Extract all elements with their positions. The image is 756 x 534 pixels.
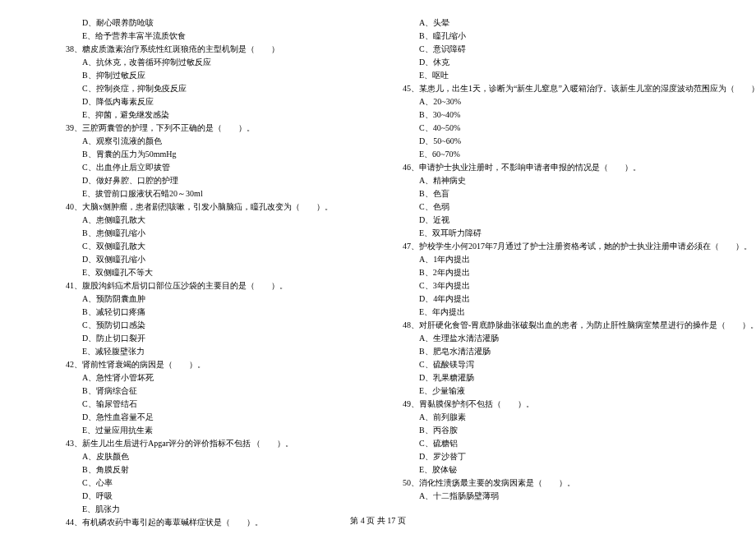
- question-stem: 新生儿出生后进行Apgar评分的评价指标不包括 （ ）。: [82, 437, 294, 450]
- answer-option: B、抑制过敏反应: [66, 69, 386, 82]
- question-stem: 腹股沟斜疝术后切口部位压沙袋的主要目的是（ ）。: [82, 279, 288, 292]
- question-block: 46、申请护士执业注册时，不影响申请者申报的情况是（ ）。A、精神病史B、色盲C…: [403, 161, 723, 240]
- answer-option: D、双侧瞳孔缩小: [66, 253, 386, 266]
- question-number: 45、: [403, 82, 419, 95]
- question-number: 46、: [403, 161, 419, 174]
- answer-option: E、抑菌，避免继发感染: [66, 108, 386, 122]
- question-number: 40、: [66, 200, 82, 214]
- question-number: 49、: [403, 398, 419, 411]
- left-column: D、耐心喂养防呛咳E、给予营养丰富半流质饮食38、糖皮质激素治疗系统性红斑狼疮的…: [66, 16, 386, 529]
- question-number: 50、: [403, 476, 419, 490]
- question-text: 45、某患儿，出生1天，诊断为“新生儿窒息”入暖箱治疗。该新生儿室的湿度波动范围…: [403, 82, 723, 95]
- question-number: 38、: [66, 43, 82, 56]
- answer-option: E、胶体铋: [403, 463, 723, 476]
- answer-option: B、丙谷胺: [403, 424, 723, 437]
- question-text: 47、护校学生小何2017年7月通过了护士注册资格考试，她的护士执业注册申请必须…: [403, 240, 723, 253]
- question-block: 47、护校学生小何2017年7月通过了护士注册资格考试，她的护士执业注册申请必须…: [403, 240, 723, 319]
- answer-option: C、心率: [66, 476, 386, 490]
- question-block: 40、大脑x侧肿瘤，患者剧烈咳嗽，引发小脑脑疝，瞳孔改变为（ ）。A、患侧瞳孔散…: [66, 200, 386, 279]
- answer-option: A、预防阴囊血肿: [66, 292, 386, 306]
- answer-option: B、角膜反射: [66, 463, 386, 476]
- exam-page: D、耐心喂养防呛咳E、给予营养丰富半流质饮食38、糖皮质激素治疗系统性红斑狼疮的…: [0, 0, 756, 534]
- question-text: 48、对肝硬化食管-胃底静脉曲张破裂出血的患者，为防止肝性脑病室禁星进行的操作是…: [403, 319, 723, 332]
- answer-option: E、双耳听力障碍: [403, 227, 723, 240]
- answer-option: B、30~40%: [403, 108, 723, 122]
- question-block: 48、对肝硬化食管-胃底静脉曲张破裂出血的患者，为防止肝性脑病室禁星进行的操作是…: [403, 319, 723, 398]
- question-number: 39、: [66, 122, 82, 135]
- answer-option: E、过量应用抗生素: [66, 424, 386, 437]
- answer-option: D、4年内提出: [403, 292, 723, 306]
- question-stem: 某患儿，出生1天，诊断为“新生儿窒息”入暖箱治疗。该新生儿室的湿度波动范围应为（…: [419, 82, 756, 95]
- answer-option: C、意识障碍: [403, 43, 723, 56]
- answer-option: D、呼吸: [66, 490, 386, 503]
- question-text: 43、新生儿出生后进行Apgar评分的评价指标不包括 （ ）。: [66, 437, 386, 450]
- question-number: 48、: [403, 319, 419, 332]
- answer-option: E、给予营养丰富半流质饮食: [66, 30, 386, 43]
- question-text: 40、大脑x侧肿瘤，患者剧烈咳嗽，引发小脑脑疝，瞳孔改变为（ ）。: [66, 200, 386, 214]
- answer-option: B、患侧瞳孔缩小: [66, 227, 386, 240]
- answer-option: D、急性血容量不足: [66, 411, 386, 424]
- question-block: 50、消化性溃疡最主要的发病因素是（ ）。A、十二指肠肠壁薄弱: [403, 476, 723, 503]
- question-text: 41、腹股沟斜疝术后切口部位压沙袋的主要目的是（ ）。: [66, 279, 386, 292]
- question-block: 45、某患儿，出生1天，诊断为“新生儿窒息”入暖箱治疗。该新生儿室的湿度波动范围…: [403, 82, 723, 161]
- question-stem: 护校学生小何2017年7月通过了护士注册资格考试，她的护士执业注册申请必须在（ …: [419, 240, 752, 253]
- answer-option: C、控制炎症，抑制免疫反应: [66, 82, 386, 95]
- question-block: 49、胃黏膜保护剂不包括（ ）。A、前列腺素B、丙谷胺C、硫糖铝D、罗沙替丁E、…: [403, 398, 723, 476]
- answer-option: A、生理盐水清洁灌肠: [403, 332, 723, 345]
- question-number: 47、: [403, 240, 419, 253]
- answer-option: B、减轻切口疼痛: [66, 306, 386, 319]
- question-stem: 胃黏膜保护剂不包括（ ）。: [419, 398, 534, 411]
- answer-option: A、观察引流液的颜色: [66, 135, 386, 148]
- answer-option: A、十二指肠肠壁薄弱: [403, 490, 723, 503]
- answer-option: A、20~30%: [403, 95, 723, 108]
- answer-option: A、急性肾小管坏死: [66, 371, 386, 384]
- answer-option: C、预防切口感染: [66, 319, 386, 332]
- answer-option: D、50~60%: [403, 135, 723, 148]
- answer-option: B、胃囊的压力为50mmHg: [66, 148, 386, 161]
- page-footer: 第 4 页 共 17 页: [0, 514, 756, 527]
- question-text: 49、胃黏膜保护剂不包括（ ）。: [403, 398, 723, 411]
- answer-option: C、40~50%: [403, 122, 723, 135]
- question-text: 39、三腔两囊管的护理，下列不正确的是（ ）。: [66, 122, 386, 135]
- answer-option: A、头晕: [403, 16, 723, 30]
- question-text: 42、肾前性肾衰竭的病因是（ ）。: [66, 358, 386, 371]
- question-text: 50、消化性溃疡最主要的发病因素是（ ）。: [403, 476, 723, 490]
- answer-option: C、输尿管结石: [66, 398, 386, 411]
- answer-option: B、肥皂水清洁灌肠: [403, 345, 723, 358]
- answer-option: E、双侧瞳孔不等大: [66, 266, 386, 279]
- answer-option: C、硫糖铝: [403, 437, 723, 450]
- question-number: 43、: [66, 437, 82, 450]
- question-stem: 糖皮质激素治疗系统性红斑狼疮的主型机制是（ ）: [82, 43, 279, 56]
- question-block: 43、新生儿出生后进行Apgar评分的评价指标不包括 （ ）。A、皮肤颜色B、角…: [66, 437, 386, 516]
- question-stem: 三腔两囊管的护理，下列不正确的是（ ）。: [82, 122, 255, 135]
- answer-option: E、拔管前口服液状石蜡20～30ml: [66, 187, 386, 200]
- question-stem: 对肝硬化食管-胃底静脉曲张破裂出血的患者，为防止肝性脑病室禁星进行的操作是（ ）…: [419, 319, 756, 332]
- question-block: 38、糖皮质激素治疗系统性红斑狼疮的主型机制是（ ）A、抗休克，改善循环抑制过敏…: [66, 43, 386, 122]
- answer-option: A、皮肤颜色: [66, 450, 386, 463]
- question-stem: 申请护士执业注册时，不影响申请者申报的情况是（ ）。: [419, 161, 641, 174]
- answer-option: D、乳果糖灌肠: [403, 371, 723, 384]
- question-stem: 消化性溃疡最主要的发病因素是（ ）。: [419, 476, 575, 490]
- answer-option: B、色盲: [403, 187, 723, 200]
- page-number: 第 4 页 共 17 页: [350, 516, 406, 525]
- question-stem: 大脑x侧肿瘤，患者剧烈咳嗽，引发小脑脑疝，瞳孔改变为（ ）。: [82, 200, 333, 214]
- answer-option: B、瞳孔缩小: [403, 30, 723, 43]
- answer-option: E、60~70%: [403, 148, 723, 161]
- question-text: 38、糖皮质激素治疗系统性红斑狼疮的主型机制是（ ）: [66, 43, 386, 56]
- answer-option: C、3年内提出: [403, 279, 723, 292]
- question-number: 41、: [66, 279, 82, 292]
- answer-option: C、出血停止后立即拔管: [66, 161, 386, 174]
- answer-option: D、罗沙替丁: [403, 450, 723, 463]
- question-block: 39、三腔两囊管的护理，下列不正确的是（ ）。A、观察引流液的颜色B、胃囊的压力…: [66, 122, 386, 200]
- answer-option: E、减轻腹壁张力: [66, 345, 386, 358]
- answer-option: D、休克: [403, 56, 723, 69]
- right-column: A、头晕B、瞳孔缩小C、意识障碍D、休克E、呕吐45、某患儿，出生1天，诊断为“…: [403, 16, 723, 529]
- answer-option: A、前列腺素: [403, 411, 723, 424]
- answer-option: D、降低内毒素反应: [66, 95, 386, 108]
- answer-option: D、耐心喂养防呛咳: [66, 16, 386, 30]
- answer-option: A、1年内提出: [403, 253, 723, 266]
- answer-option: A、抗休克，改善循环抑制过敏反应: [66, 56, 386, 69]
- question-stem: 肾前性肾衰竭的病因是（ ）。: [82, 358, 205, 371]
- answer-option: A、精神病史: [403, 174, 723, 187]
- question-text: 46、申请护士执业注册时，不影响申请者申报的情况是（ ）。: [403, 161, 723, 174]
